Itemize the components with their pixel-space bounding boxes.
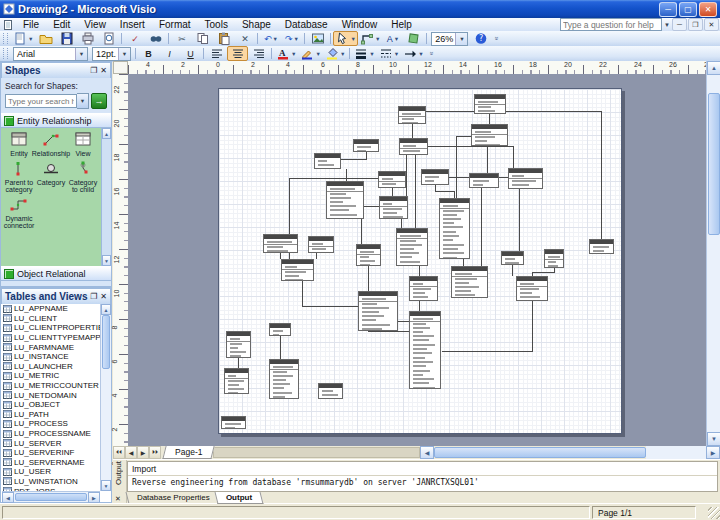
- entity-shape[interactable]: [281, 259, 314, 281]
- chevron-down-icon[interactable]: ▼: [75, 48, 87, 60]
- align-right-button[interactable]: [248, 46, 269, 61]
- stencil-shape-category-to-child[interactable]: Category to child: [67, 160, 99, 194]
- relationship-connector[interactable]: [341, 152, 366, 159]
- stencil-header-entity-relationship[interactable]: Entity Relationship: [1, 113, 111, 128]
- font-size-combo[interactable]: 12pt.▼: [92, 47, 131, 61]
- line-color-button[interactable]: ▼: [298, 46, 322, 61]
- doc-minimize-button[interactable]: ─: [672, 18, 687, 31]
- shape-search-go-button[interactable]: →: [91, 93, 107, 109]
- table-list-item[interactable]: LU_SERVERNAME: [2, 458, 100, 468]
- entity-shape[interactable]: [308, 236, 334, 253]
- connector-tool-button[interactable]: ▼: [358, 31, 382, 46]
- tables-vscrollbar[interactable]: ▲ ▼: [100, 304, 111, 491]
- toolbar-grip[interactable]: [3, 48, 8, 59]
- scroll-down-icon[interactable]: ▼: [102, 255, 111, 266]
- menu-file[interactable]: File: [16, 18, 46, 31]
- entity-shape[interactable]: [224, 368, 249, 394]
- toolbar-grip[interactable]: [3, 33, 8, 44]
- toolbar-options-icon[interactable]: »: [425, 49, 438, 58]
- font-name-combo[interactable]: Arial▼: [13, 47, 88, 61]
- chevron-down-icon[interactable]: ▼: [369, 51, 374, 57]
- resize-grip[interactable]: [708, 507, 720, 519]
- stencil-shape-parent-to-category[interactable]: Parent to category: [3, 160, 35, 194]
- entity-shape[interactable]: [508, 168, 543, 189]
- entity-shape[interactable]: [451, 266, 488, 298]
- table-list-item[interactable]: LU_OBJECT: [2, 400, 100, 410]
- chevron-down-icon[interactable]: ▼: [28, 36, 33, 42]
- redo-button[interactable]: ↷▼: [281, 31, 302, 46]
- entity-shape[interactable]: [399, 138, 428, 155]
- stencil-shape-category[interactable]: Category: [35, 160, 67, 194]
- minimize-button[interactable]: ─: [659, 2, 677, 17]
- chevron-down-icon[interactable]: ▼: [315, 51, 320, 57]
- chevron-down-icon[interactable]: ▼: [394, 36, 399, 42]
- entity-shape[interactable]: [379, 196, 408, 219]
- shapes-panel-titlebar[interactable]: Shapes ❐ ✕: [1, 62, 111, 78]
- entity-shape[interactable]: [269, 323, 291, 336]
- menu-help[interactable]: Help: [384, 18, 419, 31]
- chevron-down-icon[interactable]: ▼: [350, 36, 355, 42]
- canvas-vscrollbar[interactable]: ▲ ▼: [706, 61, 720, 446]
- delete-button[interactable]: ✕: [234, 31, 255, 46]
- tables-panel-titlebar[interactable]: Tables and Views ❐ ✕: [1, 288, 111, 304]
- menu-shape[interactable]: Shape: [235, 18, 278, 31]
- entity-shape[interactable]: [314, 153, 341, 169]
- chevron-down-icon[interactable]: ▼: [340, 51, 345, 57]
- stencil-shape-view[interactable]: View: [67, 131, 99, 158]
- line-ends-button[interactable]: ▼: [401, 46, 425, 61]
- scroll-thumb[interactable]: [15, 493, 87, 501]
- table-list-item[interactable]: LU_USER: [2, 467, 100, 477]
- save-button[interactable]: [56, 31, 77, 46]
- new-document-button[interactable]: ▼: [11, 31, 35, 46]
- table-list-item[interactable]: LU_PROCESS: [2, 419, 100, 429]
- relationship-connector[interactable]: [435, 185, 454, 198]
- entity-shape[interactable]: [353, 139, 379, 152]
- chevron-down-icon[interactable]: ▼: [394, 51, 399, 57]
- stencil-scrollbar[interactable]: ▲ ▼: [101, 128, 111, 266]
- table-list-item[interactable]: LU_APPNAME: [2, 304, 100, 314]
- research-button[interactable]: [145, 31, 166, 46]
- entity-shape[interactable]: [358, 291, 398, 331]
- scroll-right-icon[interactable]: ▶: [88, 492, 100, 503]
- paste-button[interactable]: [213, 31, 234, 46]
- table-list-item[interactable]: LU_CLIENTTYPEMAPPINGS: [2, 333, 100, 343]
- entity-shape[interactable]: [589, 239, 614, 254]
- open-button[interactable]: [35, 31, 56, 46]
- scroll-thumb[interactable]: [434, 447, 646, 458]
- chevron-down-icon[interactable]: ▼: [118, 48, 130, 60]
- table-list-item[interactable]: LU_SERVER: [2, 438, 100, 448]
- entity-shape[interactable]: [469, 173, 499, 188]
- entity-shape[interactable]: [226, 331, 251, 358]
- print-button[interactable]: [77, 31, 98, 46]
- table-list-item[interactable]: LU_INSTANCE: [2, 352, 100, 362]
- entity-shape[interactable]: [221, 416, 246, 429]
- entity-shape[interactable]: [439, 198, 470, 259]
- entity-shape[interactable]: [501, 251, 524, 265]
- menu-format[interactable]: Format: [152, 18, 198, 31]
- underline-button[interactable]: U: [180, 46, 201, 61]
- line-weight-button[interactable]: ▼: [352, 46, 376, 61]
- entity-shape[interactable]: [409, 311, 441, 389]
- align-left-button[interactable]: [206, 46, 227, 61]
- entity-shape[interactable]: [409, 276, 438, 301]
- table-list-item[interactable]: LU_METRIC: [2, 371, 100, 381]
- entity-shape[interactable]: [474, 94, 506, 114]
- drawing-canvas[interactable]: [128, 74, 706, 446]
- print-preview-button[interactable]: [98, 31, 119, 46]
- tables-panel-close-icon[interactable]: ✕: [100, 292, 107, 301]
- insert-picture-button[interactable]: [307, 31, 328, 46]
- entity-shape[interactable]: [356, 244, 381, 266]
- menu-insert[interactable]: Insert: [113, 18, 152, 31]
- scroll-down-icon[interactable]: ▼: [101, 480, 111, 491]
- scroll-right-icon[interactable]: ▶: [706, 446, 720, 459]
- doc-close-button[interactable]: ✕: [704, 18, 719, 31]
- entity-shape[interactable]: [318, 383, 343, 399]
- toolbar-options-icon[interactable]: »: [490, 34, 503, 43]
- stencil-shape-relationship[interactable]: Relationship: [35, 131, 67, 158]
- shapes-panel-close-icon[interactable]: ✕: [100, 66, 107, 75]
- menu-tools[interactable]: Tools: [198, 18, 235, 31]
- chevron-down-icon[interactable]: ▼: [273, 36, 278, 42]
- entity-shape[interactable]: [516, 276, 548, 301]
- copy-button[interactable]: [192, 31, 213, 46]
- chevron-down-icon[interactable]: ▼: [375, 36, 380, 42]
